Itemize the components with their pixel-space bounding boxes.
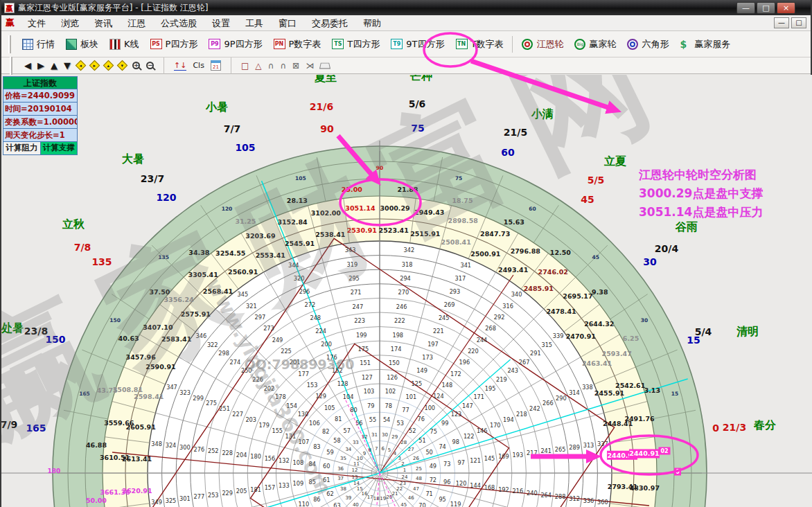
toolbar-button-江恩轮[interactable]: 江恩轮	[516, 35, 569, 53]
toolbar-button-K线[interactable]: K线	[104, 35, 145, 53]
toolbar-button-赢家服务[interactable]: $赢家服务	[674, 35, 736, 53]
svg-text:181: 181	[250, 486, 261, 493]
svg-text:2440.91: 2440.91	[629, 450, 659, 457]
svg-text:276: 276	[194, 446, 205, 453]
svg-text:97: 97	[457, 459, 464, 466]
svg-text:2793.41: 2793.41	[608, 483, 637, 490]
arc-ccw-icon[interactable]: ∩	[267, 61, 274, 71]
svg-text:59: 59	[326, 449, 333, 456]
triangle-tool-icon[interactable]: △	[255, 61, 261, 71]
menu-item-1[interactable]: 浏览	[53, 17, 87, 30]
toolbar-button-板块[interactable]: 板块	[60, 35, 104, 53]
toolbar-button-9T四方形[interactable]: T99T四方形	[385, 35, 450, 53]
prev-arrow-icon[interactable]: ◀	[24, 60, 31, 71]
svg-text:197: 197	[427, 341, 439, 348]
compress-tool-icon[interactable]: ⋊	[306, 61, 314, 71]
toolbar-button-T数字表[interactable]: TNT数字表	[450, 35, 509, 53]
svg-text:2455.91: 2455.91	[594, 389, 624, 397]
calc-resistance-button[interactable]: 计算阻力	[3, 142, 41, 154]
svg-text:301: 301	[179, 495, 191, 502]
svg-text:7/7: 7/7	[224, 123, 241, 134]
mdi-minimize-button[interactable]: —	[774, 17, 789, 28]
svg-text:153: 153	[307, 382, 318, 389]
toolbar-button-P四方形[interactable]: PSP四方形	[145, 35, 204, 53]
svg-text:144: 144	[470, 482, 481, 489]
index-data-panel: 上证指数 价格=2440.9099时间=20190104变换系数=1.00000…	[3, 76, 78, 155]
menu-item-2[interactable]: 资讯	[87, 17, 120, 30]
svg-text:12.50: 12.50	[550, 249, 571, 256]
toolbar-grip2	[10, 57, 12, 75]
svg-text:349: 349	[151, 499, 162, 506]
svg-text:145: 145	[484, 455, 495, 462]
menu-item-3[interactable]: 江恩	[120, 17, 153, 30]
app-icon: 赢	[4, 3, 15, 13]
toolbar-grip	[8, 35, 11, 53]
next-arrow-icon[interactable]: ▶	[37, 60, 44, 71]
svg-text:79: 79	[367, 402, 374, 409]
svg-text:247: 247	[353, 303, 364, 310]
toolbar-label: T四方形	[347, 38, 380, 51]
maximize-button[interactable]: □	[757, 2, 775, 14]
zoom-in-icon[interactable]: +	[132, 62, 140, 69]
diamond-up-icon[interactable]: ▴	[103, 60, 114, 71]
toolbar-button-T四方形[interactable]: TST四方形	[326, 35, 385, 53]
svg-text:3: 3	[398, 456, 401, 461]
svg-text:288: 288	[555, 493, 566, 500]
diamond-left-icon[interactable]: ◂	[76, 60, 87, 71]
svg-text:6.25: 6.25	[623, 335, 639, 342]
svg-text:0: 0	[712, 423, 719, 434]
menu-item-0[interactable]: 文件	[20, 17, 53, 30]
TN-badge-icon: TN	[456, 39, 468, 49]
svg-text:23: 23	[400, 481, 406, 486]
svg-text:100: 100	[424, 404, 435, 411]
trapezoid-tool-icon[interactable]	[319, 63, 330, 69]
menu-item-5[interactable]: 设置	[204, 17, 238, 30]
toolbar-label: 赢家轮	[589, 38, 616, 51]
svg-text:45: 45	[581, 194, 594, 205]
svg-text:241: 241	[540, 447, 551, 454]
svg-text:52: 52	[409, 427, 416, 434]
arc-cw-icon[interactable]: ∩	[280, 61, 286, 71]
minimize-button[interactable]: —	[736, 2, 755, 14]
svg-text:291: 291	[530, 350, 541, 357]
menu-item-7[interactable]: 窗口	[271, 17, 304, 30]
svg-text:15: 15	[671, 391, 678, 397]
svg-text:169: 169	[498, 453, 509, 460]
menu-item-4[interactable]: 公式选股	[153, 17, 204, 30]
flag-down-icon[interactable]: ▼	[64, 60, 71, 71]
zoom-out-icon[interactable]: −	[146, 62, 154, 69]
mdi-window-controls: — □	[774, 17, 806, 28]
panel-row-1: 时间=20190104	[3, 103, 77, 116]
toolbar-separator	[164, 57, 164, 74]
calendar-icon[interactable]: 21	[211, 60, 221, 71]
svg-text:194: 194	[503, 416, 514, 423]
svg-text:10: 10	[357, 456, 363, 461]
svg-text:204: 204	[236, 452, 247, 459]
svg-text:71: 71	[425, 490, 432, 497]
svg-text:55: 55	[369, 416, 376, 423]
close-button[interactable]: ×	[777, 2, 795, 14]
mdi-restore-button[interactable]: □	[791, 17, 806, 28]
expand-tool-icon[interactable]: ⊠	[292, 61, 299, 71]
menu-item-9[interactable]: 帮助	[355, 17, 389, 30]
svg-text:227: 227	[232, 411, 243, 418]
rect-tool-icon[interactable]: □	[241, 61, 249, 71]
menu-item-6[interactable]: 工具	[238, 17, 271, 30]
menu-item-8[interactable]: 交易委托	[304, 17, 355, 30]
diamond-right-icon[interactable]: ▸	[89, 60, 100, 71]
toolbar-button-赢家轮[interactable]: Big赢家轮	[569, 35, 621, 53]
svg-text:221: 221	[433, 328, 444, 335]
toolbar-button-六角形[interactable]: 六角形	[621, 35, 674, 53]
svg-text:26: 26	[413, 456, 419, 461]
toolbar-button-P数字表[interactable]: PNP数字表	[268, 35, 327, 53]
svg-text:266: 266	[542, 400, 554, 407]
cls-button[interactable]: Cls	[193, 61, 204, 70]
svg-text:48: 48	[416, 476, 422, 481]
svg-text:193: 193	[513, 452, 524, 459]
toolbar-button-9P四方形[interactable]: P99P四方形	[203, 35, 267, 53]
toolbar-button-行情[interactable]: 行情	[17, 35, 60, 53]
calc-support-button[interactable]: 计算支撑	[41, 142, 78, 154]
flag-up-icon[interactable]: ▲	[51, 60, 58, 71]
diamond-down-icon[interactable]: ▾	[117, 60, 128, 71]
updown-tool-icon[interactable]: ↑↓	[174, 61, 186, 71]
